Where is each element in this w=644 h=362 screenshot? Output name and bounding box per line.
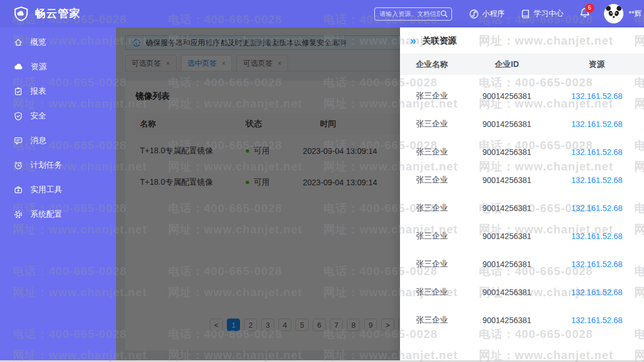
drawer-table-row: 张三企业 90014256381 132.161.52.68 <box>400 82 644 110</box>
sidebar-item-messages[interactable]: 消息 <box>0 128 116 153</box>
clipboard-icon <box>14 87 23 96</box>
company-name: 张三企业 <box>400 91 464 101</box>
company-id: 90014256381 <box>464 176 550 185</box>
drawer-table-row: 张三企业 90014256381 132.161.52.68 <box>400 250 644 278</box>
company-id: 90014256381 <box>464 260 550 269</box>
resource-ip-link[interactable]: 132.161.52.68 <box>550 232 644 241</box>
resource-ip-link[interactable]: 132.161.52.68 <box>550 120 644 129</box>
company-id: 90014256381 <box>464 204 550 213</box>
sidebar-item-utilities[interactable]: 实用工具 <box>0 177 116 202</box>
sidebar-item-system-config[interactable]: 系统配置 <box>0 202 116 226</box>
drawer-table-row: 张三企业 90014256381 132.161.52.68 <box>400 306 644 334</box>
user-avatar[interactable] <box>604 4 623 23</box>
column-header-company-name: 企业名称 <box>400 59 464 70</box>
panda-avatar-image <box>604 4 623 23</box>
app-header: 畅云管家 小程序 学习中心 6 <box>0 0 644 27</box>
toolbox-icon <box>14 185 23 194</box>
shield-check-icon <box>14 112 23 121</box>
sidebar-item-label: 安全 <box>30 111 46 121</box>
sidebar-item-label: 概览 <box>30 37 46 47</box>
sidebar-item-scheduled-tasks[interactable]: 计划任务 <box>0 153 116 177</box>
column-header-resource: 资源 <box>550 59 644 70</box>
sidebar-item-overview[interactable]: 概览 <box>0 30 116 54</box>
drawer-header: » 关联资源 <box>400 27 644 54</box>
sidebar-item-label: 计划任务 <box>30 160 62 170</box>
company-name: 张三企业 <box>400 203 464 213</box>
miniprogram-icon <box>469 9 479 19</box>
resource-ip-link[interactable]: 132.161.52.68 <box>550 176 644 185</box>
app-title: 畅云管家 <box>35 6 81 21</box>
company-id: 90014256381 <box>464 92 550 101</box>
company-name: 张三企业 <box>400 259 464 269</box>
drawer-table-row: 张三企业 90014256381 132.161.52.68 <box>400 166 644 194</box>
drawer-table-row: 张三企业 90014256381 132.161.52.68 <box>400 138 644 166</box>
username[interactable]: **辉 <box>629 9 642 19</box>
notification-badge: 6 <box>585 3 594 13</box>
drawer-title: 关联资源 <box>422 35 457 46</box>
miniprogram-label: 小程序 <box>482 9 505 19</box>
notifications-button[interactable]: 6 <box>579 7 590 21</box>
company-id: 90014256381 <box>464 288 550 297</box>
column-header-company-id: 企业ID <box>464 59 550 70</box>
sidebar-item-label: 资源 <box>31 62 47 72</box>
company-id: 90014256381 <box>464 148 550 157</box>
resource-ip-link[interactable]: 132.161.52.68 <box>550 288 644 297</box>
learning-center-nav[interactable]: 学习中心 <box>521 9 563 19</box>
company-name: 张三企业 <box>400 175 464 185</box>
drawer-table-row: 张三企业 90014256381 132.161.52.68 <box>400 222 644 250</box>
message-icon <box>14 136 23 145</box>
sidebar-item-label: 报表 <box>30 86 46 97</box>
sidebar-item-label: 消息 <box>30 136 46 146</box>
sidebar-item-label: 系统配置 <box>30 209 62 220</box>
sidebar-item-reports[interactable]: 报表 <box>0 79 116 104</box>
drawer-table-row: 张三企业 90014256381 132.161.52.68 <box>400 278 644 306</box>
company-id: 90014256381 <box>464 120 550 129</box>
resource-ip-link[interactable]: 132.161.52.68 <box>550 316 644 325</box>
drawer-collapse-icon[interactable]: » <box>410 35 416 46</box>
learning-center-label: 学习中心 <box>534 9 563 19</box>
book-icon <box>521 9 530 19</box>
resource-ip-link[interactable]: 132.161.52.68 <box>550 260 644 269</box>
company-id: 90014256381 <box>464 232 550 241</box>
sidebar-item-security[interactable]: 安全 <box>0 104 116 128</box>
drawer-table-body: 张三企业 90014256381 132.161.52.68 张三企业 9001… <box>400 75 644 334</box>
sidebar-nav: 概览 资源 报表 安全 消息 计 <box>0 27 116 362</box>
resource-ip-link[interactable]: 132.161.52.68 <box>550 204 644 213</box>
resource-ip-link[interactable]: 132.161.52.68 <box>550 148 644 157</box>
search-icon[interactable] <box>440 10 448 18</box>
cloud-icon <box>14 62 23 71</box>
alarm-clock-icon <box>14 161 23 170</box>
company-name: 张三企业 <box>400 287 464 297</box>
company-name: 张三企业 <box>400 147 464 157</box>
miniprogram-nav[interactable]: 小程序 <box>469 9 505 19</box>
home-icon <box>14 38 23 47</box>
gear-icon <box>14 210 23 219</box>
app-logo-shield-cloud-icon <box>13 6 29 22</box>
related-resources-drawer: » 关联资源 企业名称 企业ID 资源 张三企业 90014256381 132… <box>400 27 644 362</box>
resource-ip-link[interactable]: 132.161.52.68 <box>550 92 644 101</box>
search-input[interactable] <box>379 10 440 17</box>
drawer-table-header-row: 企业名称 企业ID 资源 <box>400 54 644 75</box>
drawer-table-row: 张三企业 90014256381 132.161.52.68 <box>400 194 644 222</box>
sidebar-item-resources[interactable]: 资源 <box>0 54 116 79</box>
company-name: 张三企业 <box>400 315 464 325</box>
sidebar-item-label: 实用工具 <box>30 185 62 195</box>
company-name: 张三企业 <box>400 231 464 241</box>
drawer-table-row: 张三企业 90014256381 132.161.52.68 <box>400 110 644 138</box>
company-id: 90014256381 <box>464 316 550 325</box>
company-name: 张三企业 <box>400 119 464 129</box>
global-search[interactable] <box>374 7 452 21</box>
